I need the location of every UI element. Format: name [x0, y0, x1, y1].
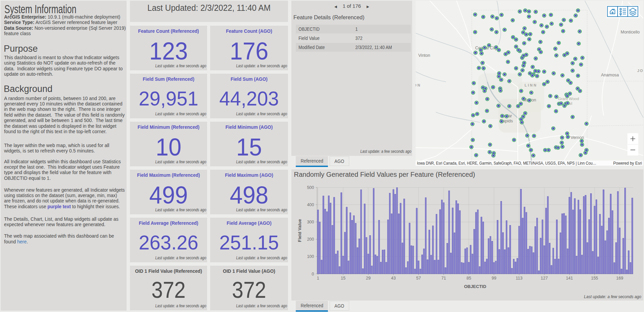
svg-text:100: 100	[307, 254, 314, 259]
svg-text:Anamosa: Anamosa	[601, 73, 619, 77]
svg-text:43: 43	[391, 276, 396, 281]
svg-text:400: 400	[307, 202, 314, 207]
svg-text:99: 99	[492, 276, 496, 281]
svg-text:Field Value: Field Value	[297, 219, 302, 242]
svg-text:71: 71	[441, 276, 446, 281]
svg-text:500: 500	[307, 185, 314, 190]
svg-text:OBJECTID: OBJECTID	[464, 284, 486, 289]
svg-text:Powered by Esri: Powered by Esri	[613, 161, 642, 166]
svg-text:JO: JO	[637, 69, 643, 73]
svg-text:Last update: a few seconds ago: Last update: a few seconds ago	[584, 294, 642, 299]
svg-text:Iowa DNR, Esri Canada, Esri, H: Iowa DNR, Esri Canada, Esri, HERE, Garmi…	[417, 161, 596, 166]
svg-text:ON: ON	[416, 83, 421, 87]
svg-text:113: 113	[516, 276, 523, 281]
svg-text:300: 300	[307, 220, 314, 224]
svg-text:Vinton: Vinton	[418, 53, 430, 58]
svg-text:0: 0	[312, 272, 314, 277]
svg-text:1: 1	[317, 276, 319, 281]
svg-text:127: 127	[541, 276, 548, 281]
svg-text:141: 141	[566, 276, 573, 281]
svg-text:Randomly Generated Field Value: Randomly Generated Field Values per Feat…	[294, 171, 475, 178]
svg-text:200: 200	[307, 237, 314, 242]
svg-text:155: 155	[591, 276, 598, 281]
svg-text:29: 29	[366, 276, 371, 281]
svg-text:85: 85	[466, 276, 471, 281]
svg-text:57: 57	[416, 276, 421, 281]
svg-text:169: 169	[616, 276, 623, 281]
svg-text:LINN: LINN	[525, 83, 537, 87]
svg-text:Monticello: Monticello	[621, 30, 640, 34]
svg-text:15: 15	[341, 276, 346, 281]
